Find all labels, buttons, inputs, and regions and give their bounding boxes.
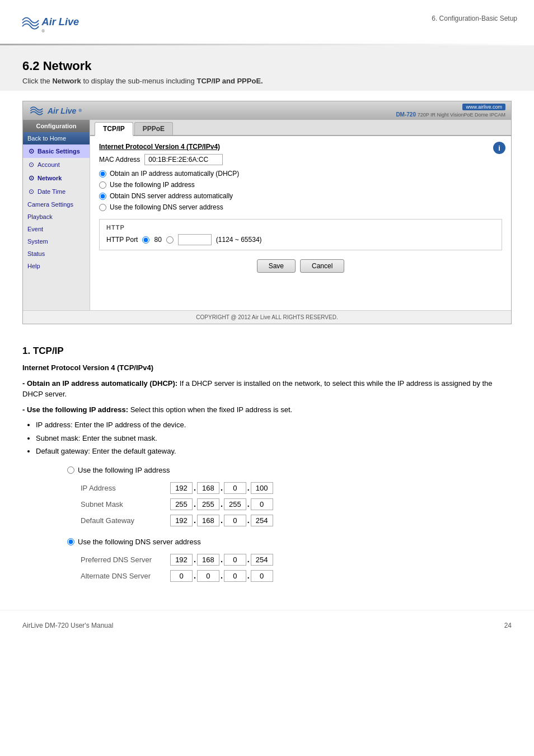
pref-dns-octet-4[interactable] [251,554,273,566]
alternate-dns-input: . . . [170,570,273,582]
gateway-octet-4[interactable] [251,515,273,526]
doc-use-following-ip-radio[interactable] [67,466,74,474]
ip-form-section-dns: Use the following DNS server address Pre… [67,538,512,584]
panel-header: Air Live ® www.airlive.com DM-720 720P I… [23,101,511,120]
subnet-mask-row: Subnet Mask . . . [76,496,278,512]
sidebar-item-basic-settings[interactable]: ⊙ Basic Settings [23,144,90,158]
footer-right: 24 [504,622,512,629]
pref-dns-dot-2: . [221,555,223,564]
sidebar: Configuration Back to Home ⊙ Basic Setti… [23,120,90,310]
panel-body: Configuration Back to Home ⊙ Basic Setti… [23,120,511,310]
preferred-dns-label: Preferred DNS Server [76,552,166,568]
tab-tcpip[interactable]: TCP/IP [95,122,133,136]
section-description: Click the Network to display the sub-men… [22,77,512,85]
ip-address-input: . . . [170,482,273,494]
preferred-dns-row: Preferred DNS Server . . . [76,552,278,568]
alt-dns-octet-2[interactable] [197,570,219,582]
sidebar-item-event[interactable]: Event [23,223,90,235]
radio-dhcp-label: Obtain an IP address automatically (DHCP… [110,170,239,178]
radio-dhcp-input[interactable] [99,170,106,178]
radio-dhcp[interactable]: Obtain an IP address automatically (DHCP… [99,170,502,178]
doc-use-following-dns-radio[interactable] [67,538,74,545]
pref-dns-octet-3[interactable] [224,554,246,566]
network-icon: ⊙ [27,174,35,182]
website-badge: www.airlive.com [462,104,505,110]
doc-section: 1. TCP/IP Internet Protocol Version 4 (T… [0,334,534,610]
alt-dns-octet-3[interactable] [224,570,246,582]
radio-manual-ip-input[interactable] [99,181,106,189]
radio-manual-dns-input[interactable] [99,204,106,211]
alt-dns-octet-1[interactable] [170,570,193,582]
use-following-dns-label: Use the following DNS server address [67,538,512,546]
ip-form-section-ip: Use the following IP address IP Address … [67,466,512,529]
subnet-dot-3: . [247,500,250,508]
sidebar-item-network[interactable]: ⊙ Network [23,171,90,185]
ip-octet-4[interactable] [251,482,273,494]
http-port-value-80: 80 [154,236,161,244]
gateway-octet-3[interactable] [224,515,246,526]
radio-auto-dns[interactable]: Obtain DNS server address automatically [99,192,502,200]
alt-dns-octet-4[interactable] [251,570,273,582]
gateway-octet-2[interactable] [197,515,219,526]
panel-logo-svg [29,105,45,117]
back-to-home-label: Back to Home [27,135,66,142]
panel-header-left: Air Live ® [29,105,82,117]
section-title: 6.2 Network [22,59,512,73]
ip-form-wrapper: Use the following IP address IP Address … [67,466,512,584]
http-port-radio-custom[interactable] [166,236,174,244]
subnet-octet-4[interactable] [251,498,273,510]
pref-dns-octet-1[interactable] [170,554,193,566]
ip-dot-2: . [221,483,223,492]
mac-input[interactable] [144,154,223,165]
ui-panel: Air Live ® www.airlive.com DM-720 720P I… [22,101,512,324]
ip-address-row: IP Address . . . [76,480,278,496]
ip-dot-3: . [247,483,250,492]
sidebar-item-account[interactable]: ⊙ Account [23,158,90,171]
subnet-octet-1[interactable] [170,498,193,510]
gateway-dot-3: . [247,516,250,525]
ip-dot-1: . [194,483,196,492]
sidebar-item-system[interactable]: System [23,235,90,248]
http-port-radio-80[interactable] [142,236,149,244]
gateway-octet-1[interactable] [170,515,193,526]
gateway-input: . . . [170,515,273,526]
ip-octet-3[interactable] [224,482,246,494]
sidebar-item-date-time[interactable]: ⊙ Date Time [23,185,90,198]
bullet-ip: IP address: Enter the IP address of the … [36,419,512,431]
tab-pppoe[interactable]: PPPoE [134,122,173,135]
gateway-row: Default Gateway . . . [76,512,278,529]
pref-dns-dot-1: . [194,555,196,564]
sidebar-item-camera-settings[interactable]: Camera Settings [23,198,90,211]
date-time-icon: ⊙ [27,188,35,195]
sidebar-item-playback[interactable]: Playback [23,211,90,223]
radio-manual-ip-label: Use the following IP address [110,181,195,189]
sidebar-item-help[interactable]: Help [23,260,90,272]
radio-manual-ip[interactable]: Use the following IP address [99,181,502,189]
bullet-subnet: Subnet mask: Enter the subnet mask. [36,433,512,444]
svg-text:®: ® [42,29,45,34]
subnet-octet-3[interactable] [224,498,246,510]
radio-manual-dns[interactable]: Use the following DNS server address [99,203,502,211]
playback-label: Playback [27,213,53,220]
alt-dns-dot-1: . [194,571,196,580]
info-icon[interactable]: i [493,142,505,154]
subnet-mask-label: Subnet Mask [76,496,166,512]
subnet-octet-2[interactable] [197,498,219,510]
help-label: Help [27,263,40,269]
save-button[interactable]: Save [257,259,296,273]
ip-octet-1[interactable] [170,482,193,494]
basic-settings-icon: ⊙ [27,147,35,155]
pref-dns-octet-2[interactable] [197,554,219,566]
mac-label: MAC Address [99,156,140,164]
http-port-label: HTTP Port [106,236,138,244]
ip-octet-2[interactable] [197,482,219,494]
cancel-button[interactable]: Cancel [300,259,344,273]
subnet-dot-2: . [221,500,223,508]
sidebar-item-status[interactable]: Status [23,248,90,260]
buttons-row: Save Cancel [99,259,502,273]
http-port-custom-input[interactable] [178,234,212,245]
http-section: HTTP HTTP Port 80 (1124 ~ 65534) [99,219,502,250]
sidebar-item-back-to-home[interactable]: Back to Home [23,132,90,144]
subnet-mask-input: . . . [170,498,273,510]
radio-auto-dns-input[interactable] [99,193,106,200]
